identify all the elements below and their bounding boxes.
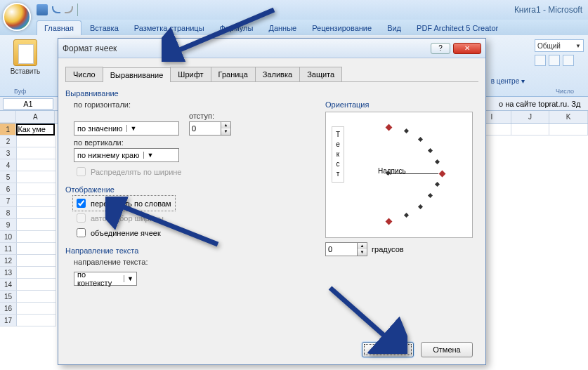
help-button[interactable]: ? [431, 43, 450, 54]
cancel-button[interactable]: Отмена [421, 342, 473, 357]
horizontal-select[interactable]: по значению ▼ [74, 121, 179, 136]
cell[interactable] [17, 303, 56, 315]
cell[interactable] [17, 291, 56, 303]
tab-formulas[interactable]: Формулы [213, 21, 261, 35]
cell[interactable] [549, 124, 588, 136]
row-header[interactable]: 4 [0, 159, 17, 171]
row-header[interactable]: 15 [0, 291, 17, 303]
tab-view[interactable]: Вид [380, 21, 408, 35]
row-header[interactable]: 5 [0, 171, 17, 183]
row-header[interactable]: 10 [0, 231, 17, 243]
cell[interactable] [17, 159, 56, 171]
col-header[interactable]: A [16, 111, 55, 123]
row-header[interactable]: 12 [0, 255, 17, 267]
merge-center-label[interactable]: в центре ▾ [491, 77, 525, 85]
indent-input[interactable] [190, 122, 221, 135]
row-header[interactable]: 13 [0, 267, 17, 279]
cell[interactable] [511, 124, 550, 136]
save-icon[interactable] [37, 4, 48, 15]
row-header[interactable]: 16 [0, 303, 17, 315]
chevron-down-icon: ▼ [126, 125, 136, 132]
cell[interactable] [17, 136, 56, 147]
distribute-checkbox: Распределять по ширине [74, 165, 290, 178]
redo-icon[interactable] [65, 6, 73, 13]
currency-icon[interactable] [535, 55, 546, 66]
spin-down-icon[interactable]: ▼ [357, 249, 367, 256]
cell[interactable] [17, 183, 56, 195]
degrees-input[interactable] [326, 243, 357, 256]
orientation-arc[interactable] [358, 121, 464, 226]
paste-icon[interactable] [13, 39, 37, 66]
cell[interactable] [17, 219, 56, 231]
tab-fill[interactable]: Заливка [255, 67, 300, 81]
spin-down-icon[interactable]: ▼ [221, 128, 230, 135]
cell[interactable] [17, 315, 56, 326]
name-box[interactable]: A1 [3, 98, 53, 110]
merge-checkbox[interactable]: объединение ячеек [74, 226, 290, 239]
tab-home[interactable]: Главная [37, 20, 81, 35]
number-group: Общий ▼ [535, 39, 584, 66]
vertical-select[interactable]: по нижнему краю ▼ [74, 148, 179, 162]
tab-pagelayout[interactable]: Разметка страницы [127, 21, 211, 35]
comma-icon[interactable] [563, 55, 574, 66]
wrap-text-checkbox[interactable]: переносить по словам [74, 197, 174, 210]
select-all-corner[interactable] [0, 111, 16, 123]
cell[interactable] [17, 267, 56, 279]
row-header[interactable]: 3 [0, 147, 17, 159]
cell[interactable] [17, 207, 56, 219]
text-direction-select[interactable]: по контексту ▼ [74, 272, 137, 286]
tab-protection[interactable]: Защита [299, 67, 342, 81]
dialog-title: Формат ячеек [63, 44, 117, 53]
row-header[interactable]: 17 [0, 315, 17, 326]
row-header[interactable]: 14 [0, 279, 17, 291]
col-header[interactable]: J [511, 111, 550, 123]
orientation-group: Ориентация Т е к с т Надпись [325, 100, 473, 256]
cell[interactable] [17, 243, 56, 255]
cell[interactable] [17, 255, 56, 267]
row-header[interactable]: 8 [0, 207, 17, 219]
undo-icon[interactable] [52, 6, 60, 13]
paste-label[interactable]: Вставить [7, 67, 44, 75]
tab-insert[interactable]: Вставка [83, 21, 126, 35]
tab-review[interactable]: Рецензирование [305, 21, 379, 35]
orientation-label: Ориентация [325, 100, 473, 109]
section-alignment: Выравнивание [65, 89, 290, 98]
chevron-down-icon: ▼ [575, 43, 581, 49]
tab-alignment[interactable]: Выравнивание [103, 67, 171, 82]
degrees-spinner[interactable]: ▲▼ [325, 242, 367, 256]
wrap-text-input[interactable] [77, 199, 86, 208]
close-button[interactable]: ✕ [453, 43, 481, 54]
office-button[interactable] [3, 3, 31, 31]
cell[interactable] [17, 195, 56, 207]
merge-input[interactable] [77, 228, 86, 237]
number-format-value: Общий [537, 42, 561, 50]
spin-up-icon[interactable]: ▲ [357, 243, 367, 249]
row-header[interactable]: 11 [0, 243, 17, 255]
orientation-frame[interactable]: Т е к с т Надпись [325, 112, 473, 238]
number-format-combo[interactable]: Общий ▼ [535, 39, 584, 52]
percent-icon[interactable] [549, 55, 560, 66]
vertical-text-button[interactable]: Т е к с т [332, 126, 344, 183]
indent-spinner[interactable]: ▲▼ [189, 121, 231, 136]
cell[interactable] [17, 171, 56, 183]
row-header[interactable]: 2 [0, 136, 17, 147]
cell-a1[interactable]: Как уме [16, 124, 55, 136]
row-header[interactable]: 1 [0, 124, 16, 136]
row-header[interactable]: 9 [0, 219, 17, 231]
ok-button[interactable]: ОК [362, 342, 414, 357]
tab-font[interactable]: Шрифт [170, 67, 211, 81]
row-header[interactable]: 6 [0, 183, 17, 195]
cell[interactable] [17, 279, 56, 291]
label-vertical: по вертикали: [74, 138, 290, 147]
row-header[interactable]: 7 [0, 195, 17, 207]
spin-up-icon[interactable]: ▲ [221, 122, 230, 128]
shrink-checkbox: автоподбор ширины [74, 211, 290, 225]
dialog-titlebar[interactable]: Формат ячеек ? ✕ [58, 39, 485, 58]
tab-data[interactable]: Данные [261, 21, 303, 35]
tab-border[interactable]: Граница [211, 67, 256, 81]
col-header[interactable]: K [549, 111, 588, 123]
cell[interactable] [17, 147, 56, 159]
tab-number[interactable]: Число [65, 67, 103, 81]
cell[interactable] [17, 231, 56, 243]
tab-pdf[interactable]: PDF Architect 5 Creator [410, 21, 505, 35]
